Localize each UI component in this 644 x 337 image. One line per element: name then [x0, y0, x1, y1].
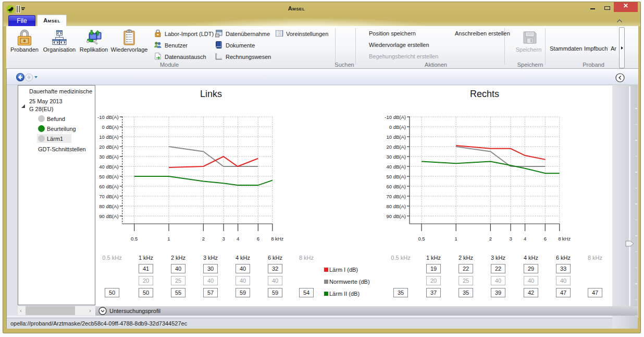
svg-text:kHz: kHz [275, 236, 284, 242]
svg-text:-10 dB(A): -10 dB(A) [385, 114, 406, 120]
svg-text:60 dB(A): 60 dB(A) [99, 184, 119, 189]
svg-text:20 dB(A): 20 dB(A) [99, 144, 119, 150]
svg-text:4: 4 [237, 236, 239, 242]
svg-text:Links: Links [200, 89, 222, 99]
svg-text:3: 3 [509, 236, 512, 242]
svg-text:70 dB(A): 70 dB(A) [387, 194, 406, 199]
svg-text:6: 6 [544, 236, 547, 242]
svg-text:30 dB(A): 30 dB(A) [99, 154, 119, 160]
svg-text:-10 dB(A): -10 dB(A) [97, 114, 119, 120]
svg-text:50 dB(A): 50 dB(A) [99, 174, 119, 179]
svg-text:Rechts: Rechts [470, 89, 499, 99]
svg-text:40 dB(A): 40 dB(A) [99, 164, 119, 170]
svg-text:3: 3 [222, 236, 225, 242]
svg-text:80 dB(A): 80 dB(A) [387, 203, 406, 209]
svg-text:20 dB(A): 20 dB(A) [387, 144, 406, 150]
svg-text:10 dB(A): 10 dB(A) [99, 134, 119, 140]
svg-text:80 dB(A): 80 dB(A) [99, 203, 119, 209]
svg-text:1: 1 [455, 236, 457, 242]
svg-text:10 dB(A): 10 dB(A) [387, 134, 406, 140]
svg-text:30 dB(A): 30 dB(A) [387, 154, 406, 160]
svg-text:2: 2 [202, 236, 205, 242]
svg-text:0 dB(A): 0 dB(A) [389, 124, 406, 130]
svg-text:70 dB(A): 70 dB(A) [99, 194, 119, 199]
svg-text:8: 8 [271, 236, 274, 242]
svg-text:kHz: kHz [562, 236, 571, 242]
svg-text:90 dB(A): 90 dB(A) [99, 213, 119, 219]
svg-text:50 dB(A): 50 dB(A) [387, 174, 406, 179]
svg-text:90 dB(A): 90 dB(A) [387, 213, 406, 219]
svg-text:2: 2 [489, 236, 492, 242]
svg-text:8: 8 [558, 236, 561, 242]
svg-text:40 dB(A): 40 dB(A) [387, 164, 406, 170]
svg-text:6: 6 [257, 236, 259, 242]
svg-text:0.5: 0.5 [418, 236, 425, 242]
svg-text:60 dB(A): 60 dB(A) [387, 184, 406, 189]
svg-text:0 dB(A): 0 dB(A) [102, 124, 118, 130]
svg-text:1: 1 [167, 236, 170, 242]
svg-text:4: 4 [524, 236, 526, 242]
svg-text:0.5: 0.5 [131, 236, 138, 242]
